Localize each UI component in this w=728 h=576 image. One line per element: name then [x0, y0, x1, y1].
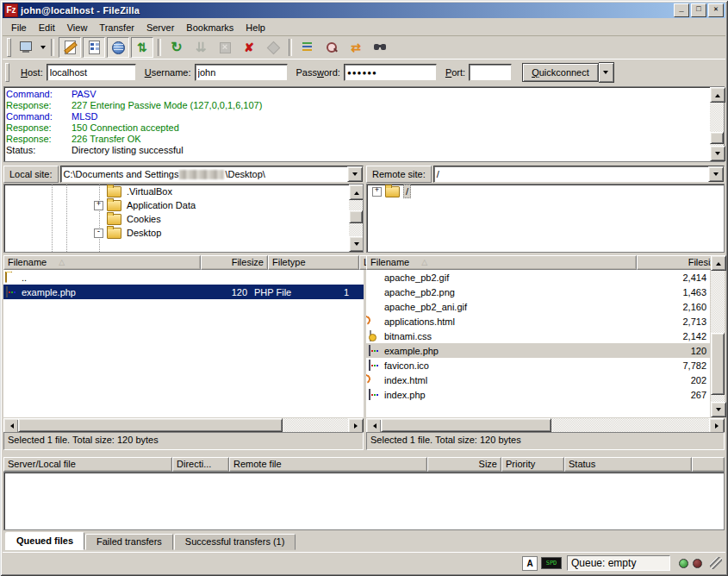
file-row-applications-html[interactable]: applications.html2,713: [366, 314, 710, 329]
remote-scroll-thumb[interactable]: [711, 333, 725, 395]
speed-limit-indicator-icon[interactable]: SPD: [541, 557, 562, 569]
file-row-favicon-ico[interactable]: favicon.ico7,782: [366, 358, 710, 373]
file-image-icon: [368, 272, 382, 284]
tree-expander-icon[interactable]: -: [94, 229, 103, 238]
site-manager-dropdown-button[interactable]: [38, 38, 47, 57]
menu-item-view[interactable]: View: [61, 21, 94, 34]
tree-item-cookies[interactable]: Cookies: [4, 212, 363, 226]
cancel-operation-button[interactable]: ×: [214, 37, 236, 58]
host-input[interactable]: [47, 64, 136, 81]
message-log-lines: Command:PASVResponse:227 Entering Passiv…: [6, 89, 708, 160]
username-input[interactable]: [195, 64, 288, 81]
site-manager-button[interactable]: [15, 37, 37, 58]
tree-item-root[interactable]: +/: [367, 185, 724, 198]
local-horizontal-scrollbar[interactable]: [3, 418, 364, 432]
menu-item-transfer[interactable]: Transfer: [93, 21, 140, 34]
file-row-example-php[interactable]: example.php120PHP File1: [3, 285, 364, 299]
column-label: Server/Local file: [8, 459, 76, 470]
remote-hscroll-thumb[interactable]: [381, 418, 551, 432]
remote-site-dropdown-button[interactable]: [708, 166, 724, 182]
tree-item-desktop[interactable]: -Desktop: [4, 226, 363, 240]
reconnect-button[interactable]: [262, 37, 284, 58]
tree-item-application-data[interactable]: +Application Data: [4, 198, 363, 212]
file-row--[interactable]: ..: [3, 270, 364, 285]
tab-queued-files[interactable]: Queued files: [5, 532, 84, 550]
message-log: Command:PASVResponse:227 Entering Passiv…: [3, 86, 725, 162]
log-label: Status:: [6, 145, 72, 156]
log-text: 150 Connection accepted: [72, 122, 179, 134]
remote-site-combobox[interactable]: /: [433, 166, 725, 183]
file-name: apache_pb2.png: [382, 287, 457, 297]
file-row-apache_pb2_ani-gif[interactable]: apache_pb2_ani.gif2,160: [366, 299, 710, 314]
refresh-button[interactable]: ↻: [165, 37, 188, 58]
tree-expander-icon[interactable]: +: [372, 187, 382, 197]
menu-item-help[interactable]: Help: [240, 21, 271, 34]
quickconnect-dropdown-button[interactable]: [599, 62, 614, 83]
find-files-button[interactable]: [369, 37, 391, 58]
file-row-bitnami-css[interactable]: bitnami.css2,142: [366, 329, 710, 343]
resize-grip[interactable]: [710, 557, 722, 569]
tab-failed-transfers[interactable]: Failed transfers: [85, 534, 173, 550]
column-header-filename[interactable]: Filename△: [366, 255, 637, 270]
directory-comparison-icon: [324, 40, 339, 55]
toolbar-separator: [289, 39, 292, 56]
log-scroll-thumb[interactable]: [710, 132, 724, 144]
queue-column-server-local-file[interactable]: Server/Local file: [3, 457, 172, 472]
file-row-apache_pb2-png[interactable]: apache_pb2.png1,463: [366, 285, 710, 299]
maximize-button[interactable]: □: [691, 3, 706, 17]
file-row-index-html[interactable]: index.html202: [366, 373, 710, 387]
toggle-remote-tree-button[interactable]: [107, 37, 129, 58]
close-button[interactable]: ✕: [708, 3, 724, 17]
remote-horizontal-scrollbar[interactable]: [366, 418, 725, 432]
menu-item-file[interactable]: File: [5, 21, 33, 34]
toggle-transfer-queue-button[interactable]: ⇅: [131, 37, 153, 58]
tree-scroll-thumb[interactable]: [349, 210, 363, 223]
transfer-type-indicator-icon[interactable]: A: [522, 556, 538, 571]
menu-item-edit[interactable]: Edit: [33, 21, 61, 34]
synchronized-browsing-button[interactable]: ⇄: [345, 37, 367, 58]
port-input[interactable]: [469, 64, 512, 81]
file-size: 2,713: [631, 316, 710, 327]
file-type: PHP File: [251, 287, 340, 297]
toggle-local-tree-button[interactable]: [83, 37, 105, 58]
local-file-list: ..example.php120PHP File1: [3, 270, 364, 417]
local-tree-vertical-scrollbar[interactable]: [349, 185, 363, 252]
toggle-message-log-button[interactable]: [59, 37, 81, 58]
tree-item--virtualbox[interactable]: .VirtualBox: [4, 185, 363, 198]
menu-item-bookmarks[interactable]: Bookmarks: [180, 21, 240, 34]
local-site-combobox[interactable]: C:\Documents and Settings\Desktop\: [60, 166, 364, 183]
queue-column-size[interactable]: Size: [427, 457, 501, 472]
remote-directory-tree: +/: [366, 184, 725, 253]
queue-column-priority[interactable]: Priority: [501, 457, 564, 472]
log-text: 227 Entering Passive Mode (127,0,0,1,6,1…: [72, 100, 262, 111]
file-row-index-php[interactable]: index.php267: [366, 387, 710, 402]
column-label: Remote file: [233, 459, 282, 470]
file-row-example-php[interactable]: example.php120: [366, 343, 710, 358]
queue-column-remote-file[interactable]: Remote file: [229, 457, 427, 472]
local-hscroll-thumb[interactable]: [18, 418, 283, 432]
cancel-operation-icon: ×: [217, 40, 233, 55]
file-row-apache_pb2-gif[interactable]: apache_pb2.gif2,414: [366, 270, 710, 285]
log-vertical-scrollbar[interactable]: [710, 87, 724, 161]
password-input[interactable]: [344, 64, 437, 81]
minimize-button[interactable]: _: [674, 3, 689, 17]
site-manager-icon: [18, 40, 34, 55]
column-header-filesize[interactable]: Filesize: [201, 255, 268, 270]
toolbar-grip: [5, 63, 9, 82]
column-label: Directi...: [177, 459, 211, 470]
tree-expander-icon[interactable]: +: [94, 201, 103, 210]
local-site-dropdown-button[interactable]: [347, 166, 363, 182]
column-header-filetype[interactable]: Filetype: [268, 255, 359, 270]
queue-column-directi-[interactable]: Directi...: [172, 457, 229, 472]
menu-item-server[interactable]: Server: [140, 21, 180, 34]
toggle-remote-tree-icon: [110, 40, 126, 55]
directory-comparison-button[interactable]: [320, 37, 343, 58]
queue-column-status[interactable]: Status: [564, 457, 692, 472]
tab-successful-transfers-1-[interactable]: Successful transfers (1): [174, 534, 296, 550]
quickconnect-button[interactable]: Quickconnect: [522, 63, 599, 82]
remote-list-vertical-scrollbar[interactable]: [711, 255, 725, 417]
disconnect-button[interactable]: ✘: [238, 37, 260, 58]
process-queue-button[interactable]: ⇊: [190, 37, 212, 58]
directory-filters-button[interactable]: [296, 37, 319, 58]
column-header-filename[interactable]: Filename△: [3, 255, 201, 270]
